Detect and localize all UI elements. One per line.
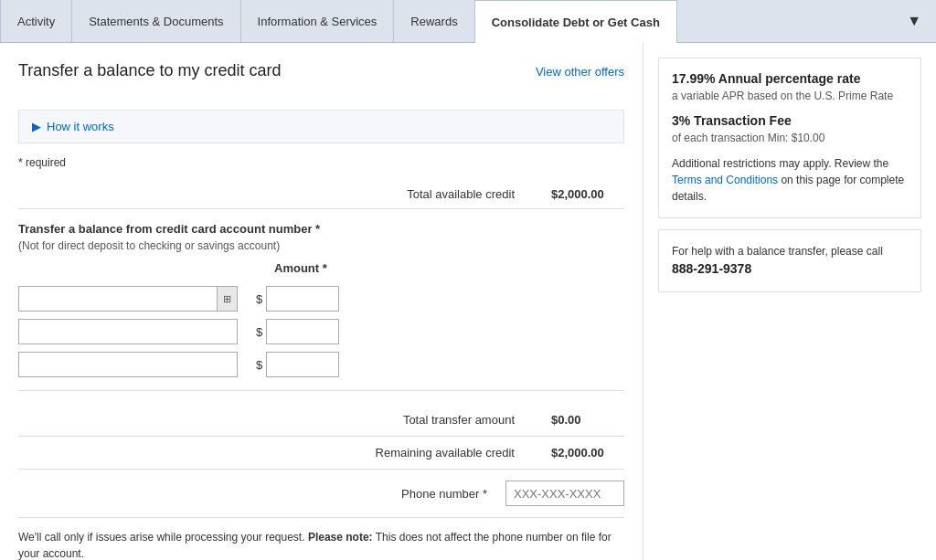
- total-transfer-row: Total transfer amount $0.00: [18, 404, 624, 437]
- transfer-row-1: ⊞ $: [18, 286, 624, 312]
- total-available-credit-row: Total available credit $2,000.00: [18, 180, 624, 209]
- tab-dropdown-button[interactable]: ▼: [892, 0, 936, 42]
- tabs-bar: Activity Statements & Documents Informat…: [0, 0, 936, 43]
- transfer-section-note: (Not for direct deposit to checking or s…: [18, 239, 624, 252]
- help-text: For help with a balance transfer, please…: [672, 243, 908, 279]
- fee-title: 3% Transaction Fee: [672, 113, 908, 128]
- account-input-1[interactable]: [19, 287, 217, 311]
- remaining-credit-row: Remaining available credit $2,000.00: [18, 437, 624, 470]
- required-note: * required: [18, 156, 624, 169]
- apr-title: 17.99% Annual percentage rate: [672, 71, 908, 86]
- dollar-sign-3: $: [256, 358, 262, 372]
- divider-1: [18, 390, 624, 391]
- amount-header: Amount *: [274, 261, 327, 275]
- apr-info-box: 17.99% Annual percentage rate a variable…: [658, 58, 921, 218]
- amount-group-3: $: [256, 352, 339, 377]
- phone-input[interactable]: [505, 481, 624, 506]
- dollar-sign-2: $: [256, 325, 262, 339]
- account-input-1-container: ⊞: [18, 286, 238, 312]
- right-panel: 17.99% Annual percentage rate a variable…: [644, 43, 936, 560]
- total-available-credit-label: Total available credit: [407, 187, 515, 201]
- total-available-credit-value: $2,000.00: [551, 187, 624, 201]
- grid-icon: ⊞: [223, 293, 231, 305]
- remaining-credit-label: Remaining available credit: [376, 446, 515, 460]
- phone-row: Phone number *: [18, 470, 624, 518]
- amount-group-2: $: [256, 319, 339, 344]
- chevron-down-icon: ▼: [907, 13, 921, 29]
- tab-activity[interactable]: Activity: [0, 0, 72, 42]
- main-content: Transfer a balance to my credit card Vie…: [0, 43, 936, 560]
- amount-input-2[interactable]: [266, 319, 339, 344]
- triangle-icon: ▶: [32, 120, 41, 133]
- tab-consolidate[interactable]: Consolidate Debt or Get Cash: [475, 0, 677, 43]
- amount-group-1: $: [256, 286, 339, 312]
- total-transfer-value: $0.00: [551, 413, 624, 427]
- dollar-sign-1: $: [256, 292, 262, 306]
- left-panel: Transfer a balance to my credit card Vie…: [0, 43, 644, 560]
- help-box: For help with a balance transfer, please…: [658, 229, 921, 292]
- phone-label: Phone number *: [18, 487, 487, 501]
- page-container: Activity Statements & Documents Informat…: [0, 0, 936, 560]
- amount-input-1[interactable]: [266, 286, 339, 312]
- fee-subtitle: of each transaction Min: $10.00: [672, 132, 908, 144]
- how-it-works-section[interactable]: ▶ How it works: [18, 110, 624, 143]
- account-input-3[interactable]: [18, 352, 238, 377]
- account-input-2[interactable]: [18, 319, 238, 344]
- transfer-row-3: $: [18, 352, 624, 377]
- table-icon-1[interactable]: ⊞: [217, 287, 237, 311]
- remaining-credit-value: $2,000.00: [551, 446, 624, 460]
- tab-statements[interactable]: Statements & Documents: [72, 0, 240, 42]
- how-it-works-label: How it works: [47, 120, 114, 133]
- tab-information[interactable]: Information & Services: [241, 0, 395, 42]
- title-row: Transfer a balance to my credit card Vie…: [18, 61, 624, 95]
- help-phone: 888-291-9378: [672, 261, 751, 276]
- note-text: We'll call only if issues arise while pr…: [18, 529, 624, 560]
- terms-conditions-link[interactable]: Terms and Conditions: [672, 174, 778, 186]
- amount-input-3[interactable]: [266, 352, 339, 377]
- tab-rewards[interactable]: Rewards: [394, 0, 474, 42]
- page-title: Transfer a balance to my credit card: [18, 61, 281, 80]
- total-transfer-label: Total transfer amount: [403, 413, 515, 427]
- apr-subtitle: a variable APR based on the U.S. Prime R…: [672, 90, 908, 102]
- restrictions-text: Additional restrictions may apply. Revie…: [672, 155, 908, 205]
- transfer-section-title: Transfer a balance from credit card acco…: [18, 222, 624, 236]
- transfer-row-2: $: [18, 319, 624, 344]
- view-other-offers-link[interactable]: View other offers: [536, 65, 624, 79]
